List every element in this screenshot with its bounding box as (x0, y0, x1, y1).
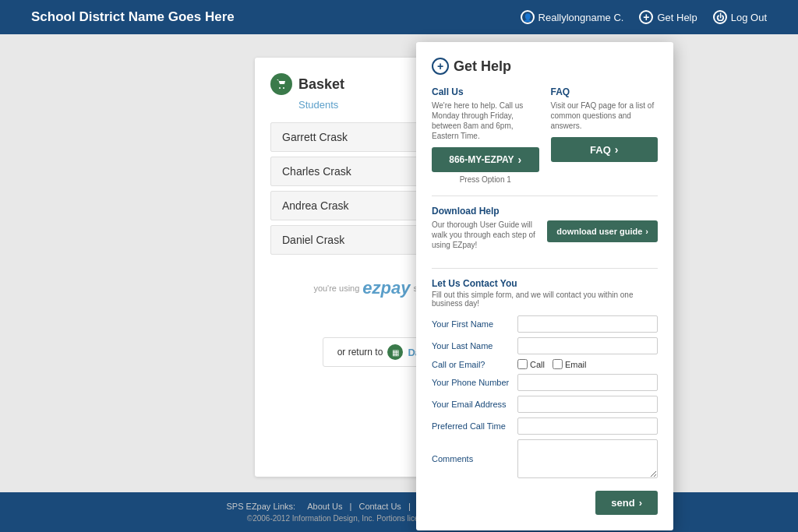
log-out-label: Log Out (731, 12, 767, 23)
download-title: Download Help (432, 206, 539, 217)
phone-number: 866-MY-EZPAY (449, 154, 514, 165)
first-name-input[interactable] (517, 315, 658, 333)
svg-point-1 (283, 87, 284, 89)
download-button[interactable]: download user guide › (547, 220, 658, 242)
contact-subtitle: Fill out this simple form, and we will c… (432, 291, 658, 308)
download-text: Our thorough User Guide will walk you th… (432, 220, 539, 250)
call-checkbox[interactable] (517, 359, 528, 369)
call-time-label: Preferred Call Time (432, 421, 517, 431)
download-arrow: › (645, 227, 648, 236)
faq-col: FAQ Visit our FAQ page for a list of com… (551, 86, 659, 184)
email-row: Your Email Address (432, 396, 658, 413)
call-time-input[interactable] (517, 417, 658, 435)
contact-title: Let Us Contact You (432, 278, 658, 289)
call-time-row: Preferred Call Time (432, 417, 658, 435)
send-button[interactable]: send › (595, 491, 658, 515)
get-help-modal: + Get Help Call Us We're here to help. C… (416, 42, 673, 530)
log-out-nav-item[interactable]: ⏻ Log Out (713, 10, 767, 24)
send-label: send (611, 497, 634, 509)
modal-divider-2 (432, 268, 658, 269)
first-name-row: Your First Name (432, 315, 658, 333)
email-label: Email (565, 360, 587, 369)
footer-links-prefix: SPS EZpay Links: (226, 502, 295, 511)
footer-link-contact[interactable]: Contact Us (358, 502, 401, 511)
main-content: Basket Students Garrett Crask Charles Cr… (0, 34, 798, 492)
modal-divider-1 (432, 196, 658, 196)
dashboard-icon: ▦ (387, 344, 403, 360)
footer-link-about[interactable]: About Us (307, 502, 342, 511)
ezpay-prefix: you're using (313, 284, 359, 293)
dashboard-prefix: or return to (337, 347, 383, 358)
modal-help-icon: + (432, 58, 449, 75)
send-arrow: › (639, 497, 642, 509)
basket-title: Basket (298, 76, 344, 93)
comments-input[interactable] (517, 439, 658, 478)
last-name-row: Your Last Name (432, 337, 658, 354)
svg-point-0 (279, 87, 281, 89)
last-name-label: Your Last Name (432, 341, 517, 351)
call-checkbox-label: Call (517, 359, 545, 369)
phone-arrow: › (518, 153, 522, 166)
faq-title: FAQ (551, 86, 659, 97)
phone-row: Your Phone Number (432, 374, 658, 391)
ezpay-brand: ezpay (362, 278, 410, 298)
faq-button[interactable]: FAQ › (551, 137, 659, 162)
get-help-icon: + (639, 10, 653, 24)
download-text-block: Download Help Our thorough User Guide wi… (432, 206, 539, 256)
faq-text: Visit our FAQ page for a list of common … (551, 100, 659, 131)
username-label: Reallylongname C. (538, 12, 624, 23)
phone-button[interactable]: 866-MY-EZPAY › (432, 147, 539, 172)
call-faq-section: Call Us We're here to help. Call us Mond… (432, 86, 658, 184)
header-title: School District Name Goes Here (31, 9, 235, 25)
faq-label: FAQ (590, 144, 611, 156)
email-input[interactable] (517, 396, 658, 413)
footer: SPS EZpay Links: About Us | Contact Us |… (0, 492, 798, 532)
first-name-label: Your First Name (432, 319, 517, 329)
modal-title-text: Get Help (454, 58, 511, 75)
faq-arrow: › (615, 143, 619, 156)
call-label: Call (530, 360, 545, 369)
email-checkbox-label: Email (553, 359, 587, 369)
logout-icon: ⏻ (713, 10, 727, 24)
header-nav: 👤 Reallylongname C. + Get Help ⏻ Log Out (521, 10, 767, 24)
user-nav-item[interactable]: 👤 Reallylongname C. (521, 10, 624, 24)
call-us-title: Call Us (432, 86, 539, 97)
modal-title: + Get Help (432, 58, 658, 75)
user-icon: 👤 (521, 10, 535, 24)
basket-svg (275, 78, 288, 90)
call-us-col: Call Us We're here to help. Call us Mond… (432, 86, 539, 184)
press-option: Press Option 1 (432, 175, 539, 184)
download-label: download user guide (556, 227, 642, 236)
download-section: Download Help Our thorough User Guide wi… (432, 206, 658, 256)
call-email-row: Call or Email? Call Email (432, 359, 658, 369)
comments-label: Comments (432, 454, 517, 463)
email-address-label: Your Email Address (432, 400, 517, 409)
call-us-text: We're here to help. Call us Monday throu… (432, 100, 539, 141)
get-help-nav-item[interactable]: + Get Help (639, 10, 697, 24)
phone-label: Your Phone Number (432, 378, 517, 387)
email-checkbox[interactable] (553, 359, 563, 369)
header: School District Name Goes Here 👤 Reallyl… (0, 0, 798, 34)
call-email-label: Call or Email? (432, 360, 517, 369)
get-help-label: Get Help (657, 12, 697, 23)
phone-input[interactable] (517, 374, 658, 391)
basket-icon (270, 73, 292, 95)
call-email-checkboxes: Call Email (517, 359, 658, 369)
last-name-input[interactable] (517, 337, 658, 354)
comments-row: Comments (432, 439, 658, 478)
